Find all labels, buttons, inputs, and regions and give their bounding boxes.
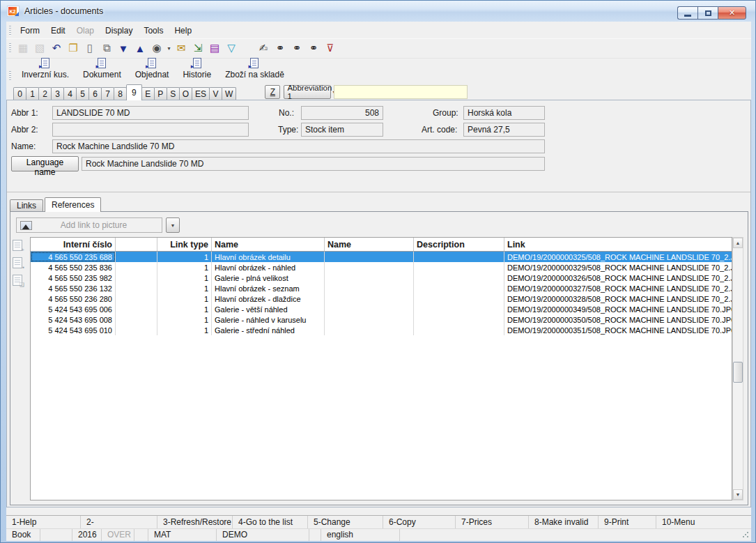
- function-key[interactable]: 10-Menu: [656, 516, 751, 528]
- minimize-button[interactable]: [677, 6, 697, 20]
- function-key[interactable]: 4-Go to the list: [233, 516, 308, 528]
- language-name-field[interactable]: Rock Machine Landslide 70 MD: [82, 157, 545, 171]
- menu-item[interactable]: Form: [15, 24, 45, 38]
- page-tab[interactable]: 9: [126, 84, 142, 100]
- page-tab[interactable]: 8: [114, 87, 127, 100]
- column-header-internal-number[interactable]: Interní číslo: [31, 238, 116, 251]
- abbr1-field[interactable]: LANDSLIDE 70 MD: [52, 106, 249, 120]
- Galerie - náhled v karuselu[interactable]: 5 424 543 695 008 1 Galerie - náhled v k…: [31, 314, 732, 325]
- page-tab[interactable]: O: [179, 87, 192, 100]
- toolbar-grip[interactable]: [9, 71, 11, 82]
- filter-icon[interactable]: ▽: [223, 40, 240, 56]
- undo-icon[interactable]: ↶: [48, 40, 65, 56]
- page-tab[interactable]: V: [209, 87, 222, 100]
- function-key[interactable]: 9-Print: [599, 516, 656, 528]
- export-icon[interactable]: ⇲: [190, 40, 206, 56]
- page-tab[interactable]: S: [167, 87, 180, 100]
- page-tab[interactable]: 6: [88, 87, 102, 100]
- no-field[interactable]: 508: [301, 106, 383, 120]
- menu-item[interactable]: Tools: [138, 24, 169, 38]
- scrollbar-thumb[interactable]: [733, 362, 743, 383]
- add-link-dropdown-button[interactable]: ▼: [166, 217, 180, 233]
- mail-icon[interactable]: ✉: [173, 40, 190, 56]
- move-up-icon[interactable]: ▲: [132, 40, 148, 56]
- copy-record-icon[interactable]: ❏: [13, 275, 22, 286]
- page-tab[interactable]: 5: [76, 87, 89, 100]
- find-next-icon[interactable]: ⚭: [305, 40, 322, 56]
- page-tab[interactable]: W: [222, 87, 236, 100]
- function-key[interactable]: 6-Copy: [383, 516, 456, 528]
- move-down-icon[interactable]: ▼: [115, 40, 132, 56]
- action-button[interactable]: ▸ Zboží na skladě: [220, 56, 289, 82]
- menu-item[interactable]: Edit: [45, 24, 71, 38]
- vertical-scrollbar[interactable]: ▲ ▼: [732, 237, 743, 500]
- function-key[interactable]: 1-Help: [6, 516, 81, 528]
- menu-item[interactable]: Help: [169, 24, 197, 38]
- detail-tab[interactable]: Links: [10, 199, 43, 211]
- column-header-description[interactable]: Description: [414, 238, 504, 251]
- resize-grip-icon[interactable]: [742, 531, 749, 538]
- type-field[interactable]: Stock item: [301, 123, 383, 137]
- function-key[interactable]: 8-Make invalid: [529, 516, 599, 528]
- filter-document-icon[interactable]: ⊽: [322, 40, 339, 56]
- Galerie - střední náhled[interactable]: 5 424 543 695 010 1 Galerie - střední ná…: [31, 325, 732, 335]
- action-button[interactable]: ▸ Dokument: [78, 56, 126, 82]
- function-key[interactable]: 2-: [81, 516, 157, 528]
- camera-menu-icon[interactable]: ▾: [165, 40, 173, 56]
- find-previous-icon[interactable]: ⚭: [288, 40, 305, 56]
- Hlavní obrázek - náhled[interactable]: 4 565 550 235 836 1 Hlavní obrázek - náh…: [31, 262, 732, 273]
- Galerie - plná velikost[interactable]: 4 565 550 235 982 1 Galerie - plná velik…: [31, 273, 732, 283]
- page-tab[interactable]: 2: [38, 87, 52, 100]
- Hlavní obrázek - seznam[interactable]: 4 565 550 236 132 1 Hlavní obrázek - sez…: [31, 283, 732, 293]
- scroll-up-icon[interactable]: ▲: [733, 238, 743, 248]
- catalog-icon[interactable]: ▤: [206, 40, 223, 56]
- function-key[interactable]: 3-Refresh/Restore: [157, 516, 233, 528]
- action-button[interactable]: ▸ Historie: [178, 56, 216, 82]
- edit-document-icon[interactable]: ✍: [255, 40, 272, 56]
- column-header-name2[interactable]: Name: [325, 238, 414, 251]
- group-field[interactable]: Horská kola: [463, 106, 545, 120]
- function-key[interactable]: 5-Change: [308, 516, 383, 528]
- title-bar[interactable]: K2 Articles - documents ✕: [1, 1, 755, 22]
- toolbar-grip[interactable]: [9, 43, 11, 54]
- picture-record-icon[interactable]: ▪: [13, 257, 22, 268]
- abbreviation-combo[interactable]: Abbreviation 1 ▼: [284, 85, 331, 99]
- close-button[interactable]: ✕: [718, 6, 746, 20]
- action-button[interactable]: ▸ Objednat: [130, 56, 174, 82]
- copy-document-icon[interactable]: ⧉: [98, 40, 115, 56]
- page-tab[interactable]: 7: [101, 87, 114, 100]
- z-button[interactable]: Z: [265, 85, 280, 99]
- camera-icon[interactable]: ◉: [148, 40, 165, 56]
- name-field[interactable]: Rock Machine Landslide 70 MD: [52, 139, 545, 153]
- menu-item[interactable]: Olap: [71, 24, 100, 38]
- Hlavní obrázek detailu[interactable]: 4 565 550 235 688 1 Hlavní obrázek detai…: [31, 252, 732, 262]
- Hlavní obrázek - dlaždice[interactable]: 4 565 550 236 280 1 Hlavní obrázek - dla…: [31, 293, 732, 304]
- quick-search-input[interactable]: [334, 85, 468, 99]
- page-tab[interactable]: ES: [192, 87, 210, 100]
- maximize-button[interactable]: [697, 6, 718, 20]
- column-header-link-type[interactable]: Link type: [157, 238, 212, 251]
- save-icon[interactable]: ▦: [15, 40, 31, 56]
- add-record-icon[interactable]: +: [13, 240, 22, 251]
- action-button[interactable]: ▸ Inverzní kus.: [17, 56, 74, 82]
- new-document-icon[interactable]: ▯: [82, 40, 98, 56]
- detail-tab[interactable]: References: [45, 197, 101, 212]
- open-folder-icon[interactable]: ❐: [65, 40, 82, 56]
- page-tab[interactable]: 1: [26, 87, 39, 100]
- page-tab[interactable]: P: [154, 87, 167, 100]
- column-header-link[interactable]: Link: [504, 238, 732, 251]
- abbr2-field[interactable]: [52, 123, 249, 137]
- page-tab[interactable]: 3: [51, 87, 64, 100]
- save-as-icon[interactable]: ▧: [31, 40, 48, 56]
- column-header-name[interactable]: Name: [212, 238, 325, 251]
- page-tab[interactable]: E: [141, 87, 155, 100]
- menu-item[interactable]: Display: [100, 24, 138, 38]
- column-header-spacer[interactable]: [116, 238, 157, 251]
- function-key[interactable]: 7-Prices: [456, 516, 529, 528]
- page-tab[interactable]: 4: [63, 87, 77, 100]
- language-name-button[interactable]: Language name: [11, 156, 79, 171]
- art-code-field[interactable]: Pevná 27,5: [463, 123, 545, 137]
- find-icon[interactable]: ⚭: [272, 40, 288, 56]
- add-link-to-picture-button[interactable]: Add link to picture: [16, 217, 162, 233]
- scroll-down-icon[interactable]: ▼: [733, 489, 743, 500]
